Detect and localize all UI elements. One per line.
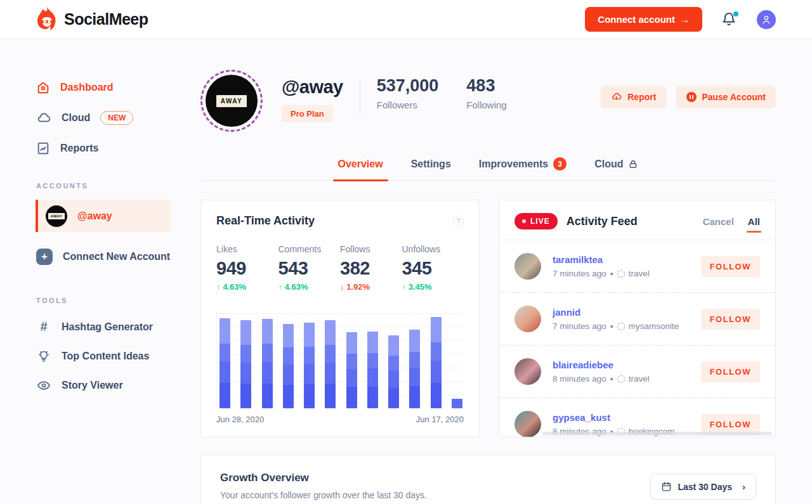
bar [240,320,251,409]
arrow-right-icon: → [680,14,690,25]
follow-button[interactable]: FOLLOW [701,309,760,330]
sidebar-item-reports[interactable]: Reports [36,141,190,155]
real-time-activity-title: Real-Time Activity [216,214,315,228]
cloud-icon [36,111,51,125]
connect-account-button[interactable]: Connect account→ [585,7,702,32]
bar-series [219,313,462,408]
likes-stat: Likes 949 ↑ 4.63% [216,244,278,292]
profile-handle: @away [282,77,343,98]
pause-account-button[interactable]: Pause Account [676,86,776,108]
sidebar-item-top-content-ideas[interactable]: Top Content Ideas [36,349,190,363]
eye-icon [36,378,51,392]
sidebar: Dashboard Cloud NEW Reports ACCOUNTS AWA… [0,39,190,392]
bar [367,332,378,409]
activity-feed-card: LIVE Activity Feed Cancel All taramilkte… [499,200,776,437]
account-avatar: AWAY [46,205,67,227]
feed-user-avatar[interactable] [514,253,541,280]
connect-new-account-button[interactable]: + Connect New Account [36,249,190,265]
down-arrow-icon: ↓ [340,282,344,292]
up-arrow-icon: ↑ [216,282,221,292]
app-header: SocialMeep Connect account→ [0,0,812,39]
profile-tabs: Overview Settings Improvements 3 Cloud [200,157,776,181]
cancel-filter-link[interactable]: Cancel [703,216,734,227]
following-stat: 483 Following [466,76,506,110]
report-doc-icon [36,141,50,155]
growth-overview-card: Growth Overview Your account's follower … [200,455,776,504]
bar [283,324,294,409]
tab-settings[interactable]: Settings [411,157,451,180]
tab-overview[interactable]: Overview [338,157,383,180]
profile-header: AWAY @away Pro Plan 537,000 Followers 48… [200,68,776,132]
bar [325,320,336,409]
new-badge: NEW [100,111,133,125]
chart-end-date: Jun 17, 2020 [416,415,464,424]
help-icon[interactable]: ? [453,216,464,226]
feed-item: taramilktea 7 minutes ago• travel FOLLOW [499,240,775,293]
tag-icon [617,270,625,278]
up-arrow-icon: ↑ [278,282,283,292]
brand-name: SocialMeep [64,10,148,29]
improvements-count-badge: 3 [553,157,566,171]
follow-button[interactable]: FOLLOW [701,361,760,382]
bar [262,319,273,408]
comments-stat: Comments 543 ↑ 4.63% [278,244,341,292]
sidebar-item-hashtag-generator[interactable]: # Hashtag Generator [36,320,190,334]
follows-stat: Follows 382 ↓ 1.92% [340,244,402,292]
hashtag-icon: # [36,320,51,334]
feed-username[interactable]: taramilktea [553,254,650,265]
plus-icon: + [36,249,53,265]
divider [360,80,360,117]
notification-bell-icon[interactable] [721,11,738,28]
active-account-indicator [36,200,38,232]
feed-user-avatar[interactable] [514,411,541,437]
activity-bar-chart [216,313,464,408]
sidebar-account-away[interactable]: AWAY @away [36,200,171,232]
feed-username[interactable]: blaireadiebee [553,359,650,370]
all-filter-link[interactable]: All [748,216,760,227]
unfollows-stat: Unfollows 345 ↑ 3.45% [402,244,464,292]
lock-icon [628,159,638,169]
bar [219,318,230,409]
cloud-download-icon [611,92,622,102]
calendar-icon [661,481,672,492]
tag-icon [617,323,625,330]
sidebar-item-cloud[interactable]: Cloud NEW [36,111,190,125]
bar [431,317,442,408]
chart-start-date: Jun 28, 2020 [216,415,264,424]
feed-item: blaireadiebee 8 minutes ago• travel FOLL… [499,346,775,398]
follow-button[interactable]: FOLLOW [701,256,760,277]
sidebar-item-dashboard[interactable]: Dashboard [36,81,190,94]
chevron-right-icon: › [742,481,745,492]
bar [388,335,399,409]
plan-badge: Pro Plan [282,105,333,122]
real-time-activity-card: Real-Time Activity ? Likes 949 ↑ 4.63% C… [200,200,480,437]
feed-username[interactable]: jannid [553,307,679,318]
feed-item: jannid 7 minutes ago• mysamsonite FOLLOW [499,293,775,346]
tab-cloud[interactable]: Cloud [594,157,638,180]
user-avatar[interactable] [757,10,776,29]
activity-feed-title: Activity Feed [566,215,638,228]
main-content: AWAY @away Pro Plan 537,000 Followers 48… [200,39,776,504]
sidebar-item-story-viewer[interactable]: Story Viewer [36,378,190,392]
brand-logo: SocialMeep [36,7,148,32]
tab-improvements[interactable]: Improvements 3 [479,157,566,180]
live-dot-icon [522,219,526,223]
profile-avatar: AWAY [200,70,263,132]
growth-overview-title: Growth Overview [220,472,427,484]
feed-user-avatar[interactable] [514,358,541,385]
live-badge: LIVE [514,213,558,229]
lightbulb-icon [36,349,51,363]
feed-user-avatar[interactable] [514,306,541,332]
feed-scrollbar[interactable] [542,432,772,436]
report-button[interactable]: Report [601,86,666,108]
up-arrow-icon: ↑ [402,282,407,292]
bar [346,332,357,408]
flame-logo-icon [36,7,58,32]
date-range-button[interactable]: Last 30 Days › [650,474,756,500]
tag-icon [617,375,625,383]
growth-overview-subtitle: Your account's follower growth over the … [220,490,427,500]
bar [304,323,315,408]
followers-stat: 537,000 Followers [377,76,439,110]
accounts-section-label: ACCOUNTS [36,182,190,190]
feed-username[interactable]: gypsea_kust [553,412,675,423]
